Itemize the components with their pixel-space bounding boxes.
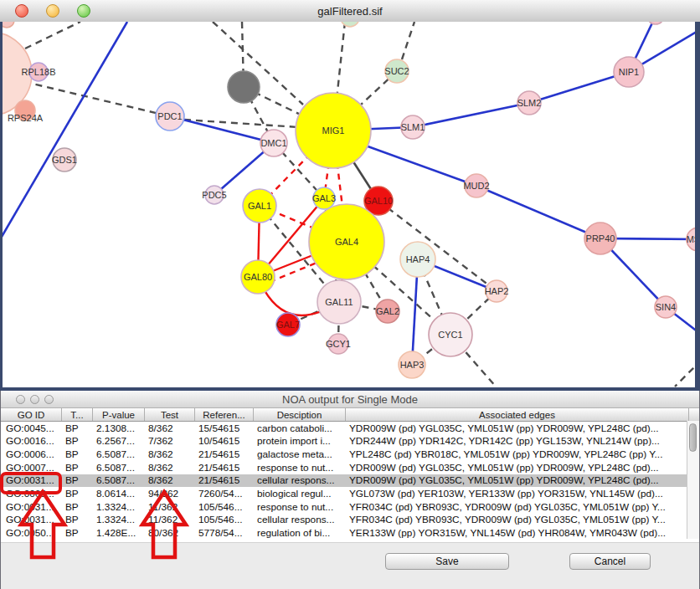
noa-window-title: NOA output for Single Mode xyxy=(1,393,699,406)
cell-go-id: GO:0031... xyxy=(1,501,62,513)
cell-associated-edges: YER133W (pp) YOR315W, YNL145W (pd) YHR08… xyxy=(346,527,688,539)
node-label: SIN4 xyxy=(656,302,676,312)
node-HAP4[interactable]: HAP4 xyxy=(400,242,435,277)
node-HAP2[interactable]: HAP2 xyxy=(485,280,509,302)
node-SIN4[interactable]: SIN4 xyxy=(655,296,677,318)
table-row-6[interactable]: GO:0031...BP1.3324...11/362105/546...res… xyxy=(1,500,699,514)
zoom-button[interactable] xyxy=(77,4,90,18)
close-button[interactable] xyxy=(16,395,25,404)
cell-associated-edges: YDR009W (pd) YGL035C, YML051W (pp) YDR00… xyxy=(346,423,688,434)
table-row-7[interactable]: GO:0031...BP1.3324...11/362105/546...cel… xyxy=(1,514,699,527)
table-header: GO IDT...P-valueTestReferen...Desciption… xyxy=(1,408,699,422)
scrollbar-thumb[interactable] xyxy=(689,423,697,452)
node-GCY1[interactable]: GCY1 xyxy=(326,334,351,354)
node-label: GAL4 xyxy=(335,237,358,247)
cell-associated-edges: YDR244W (pp) YDR142C, YDR142C (pp) YGL15… xyxy=(346,435,688,447)
node-GAL2[interactable]: GAL2 xyxy=(376,300,399,323)
node-label: NIP1 xyxy=(619,67,639,77)
zoom-button[interactable] xyxy=(44,395,54,404)
node-SLM2[interactable]: SLM2 xyxy=(517,91,542,115)
cell-desciption: galactose meta... xyxy=(254,448,346,460)
node-CYC1[interactable]: CYC1 xyxy=(429,313,472,356)
cell-go-id: GO:0065... xyxy=(1,488,62,499)
cell-desciption: carbon cataboli... xyxy=(254,423,346,434)
table-scrollbar[interactable] xyxy=(687,421,699,539)
node-label: GAL80 xyxy=(244,272,272,282)
edge xyxy=(170,116,274,143)
column-header-p-value[interactable]: P-value xyxy=(93,408,145,421)
cell-go-id: GO:0007... xyxy=(1,462,62,474)
cell-type: BP xyxy=(62,435,93,447)
cell-type: BP xyxy=(62,514,93,525)
node-label: GAL11 xyxy=(325,297,353,307)
column-header-associated-edges[interactable]: Associated edges xyxy=(346,408,688,421)
table-row-5[interactable]: GO:0065...BP8.0614...94/3627260/54...bio… xyxy=(1,487,699,500)
cell-type: BP xyxy=(62,527,93,539)
node-label: HAP3 xyxy=(400,360,425,370)
column-header-test[interactable]: Test xyxy=(145,408,195,421)
network-canvas[interactable]: RPL18BRPS24AGDS1PDC1PDC5DMC1MIG1SUC2SLM1… xyxy=(0,22,700,387)
column-header-go-id[interactable]: GO ID xyxy=(1,408,62,421)
node-GAL1[interactable]: GAL1 xyxy=(243,189,276,223)
node-HAP3[interactable]: HAP3 xyxy=(399,351,425,378)
cell-type: BP xyxy=(62,462,93,474)
cancel-button[interactable]: Cancel xyxy=(569,553,651,570)
table-row-8[interactable]: GO:0050...BP1.428E...80/3625778/54...reg… xyxy=(1,526,699,540)
node-SLM1[interactable]: SLM1 xyxy=(401,115,425,139)
cell-reference: 105/546... xyxy=(195,501,254,513)
cell-desciption: cellular respons... xyxy=(254,474,346,486)
cell-test: 7/362 xyxy=(145,435,195,447)
node-label: SUC2 xyxy=(384,66,409,76)
save-button[interactable]: Save xyxy=(385,553,509,570)
screen: galFiltered.sif RPL18BRPS24AGDS1PDC1PDC5… xyxy=(0,0,700,589)
cell-desciption: cellular respons... xyxy=(254,514,346,525)
column-header-reference[interactable]: Referen... xyxy=(195,408,254,421)
cell-go-id: GO:0045... xyxy=(1,423,62,434)
node-DMC1[interactable]: DMC1 xyxy=(260,130,287,156)
cell-reference: 7260/54... xyxy=(195,488,254,499)
noa-titlebar[interactable]: NOA output for Single Mode xyxy=(1,391,699,408)
node-GAL3[interactable]: GAL3 xyxy=(312,187,336,209)
node-PRP40[interactable]: PRP40 xyxy=(584,223,616,254)
column-header-type[interactable]: T... xyxy=(62,408,93,421)
node-GDS1[interactable]: GDS1 xyxy=(52,148,77,172)
cell-associated-edges: YPL248C (pd) YBR018C, YML051W (pp) YDR00… xyxy=(346,448,688,460)
cell-test: 80/362 xyxy=(145,527,195,539)
window-controls xyxy=(15,4,90,18)
node-SUC2[interactable]: SUC2 xyxy=(384,59,409,83)
node-GAL80[interactable]: GAL80 xyxy=(241,260,275,294)
table-row-2[interactable]: GO:0006...BP6.5087...8/36221/54615galact… xyxy=(1,448,699,461)
cell-p-value: 1.428E... xyxy=(93,527,145,539)
edge xyxy=(476,186,600,238)
table-row-4[interactable]: GO:0031...BP6.5087...8/36221/54615cellul… xyxy=(1,474,699,488)
node-label: RPL18B xyxy=(22,67,56,77)
node-GAL4[interactable]: GAL4 xyxy=(309,204,384,279)
cell-associated-edges: YDR009W (pd) YGL035C, YML051W (pp) YDR00… xyxy=(346,462,688,474)
node-PDC1[interactable]: PDC1 xyxy=(156,102,184,131)
node-MIG1[interactable]: MIG1 xyxy=(296,93,371,168)
noa-output-window: NOA output for Single Mode GO IDT...P-va… xyxy=(0,391,700,589)
column-header-desciption[interactable]: Desciption xyxy=(254,408,346,421)
minimize-button[interactable] xyxy=(46,4,59,18)
table-row-3[interactable]: GO:0007...BP6.5087...8/36221/54615respon… xyxy=(1,461,699,474)
close-button[interactable] xyxy=(15,4,28,18)
cell-desciption: regulation of bi... xyxy=(254,527,346,539)
network-titlebar[interactable]: galFiltered.sif xyxy=(0,0,700,23)
node-unlabeled[interactable] xyxy=(647,22,664,24)
node-label: GAL1 xyxy=(248,201,271,211)
minimize-button[interactable] xyxy=(30,395,39,404)
node-unlabeled[interactable] xyxy=(228,71,260,103)
table-row-1[interactable]: GO:0016...BP6.2567...7/36210/54615protei… xyxy=(1,435,699,448)
node-GAL7[interactable]: GAL7 xyxy=(276,313,300,336)
node-label: SLM2 xyxy=(517,98,542,108)
node-GAL11[interactable]: GAL11 xyxy=(317,280,361,324)
node-label: SLM1 xyxy=(401,122,425,132)
table-row-0[interactable]: GO:0045...BP2.1308...8/36215/54615carbon… xyxy=(1,422,699,435)
cell-reference: 10/54615 xyxy=(195,435,254,447)
node-MUD2[interactable]: MUD2 xyxy=(463,174,489,197)
node-label: MUD2 xyxy=(463,181,489,191)
cell-go-id: GO:0016... xyxy=(1,435,62,447)
cell-p-value: 8.0614... xyxy=(93,488,145,499)
node-NIP1[interactable]: NIP1 xyxy=(614,57,644,87)
cell-reference: 5778/54... xyxy=(195,527,254,539)
